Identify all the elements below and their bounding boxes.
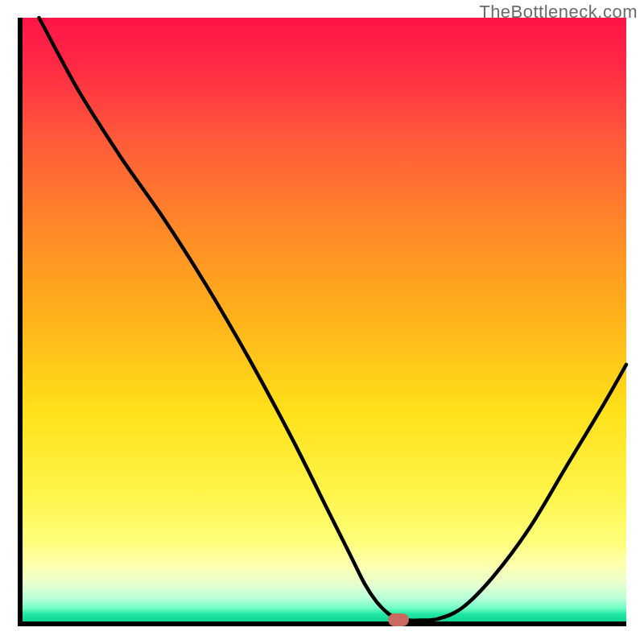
- chart-container: TheBottleneck.com: [0, 0, 644, 644]
- watermark-text: TheBottleneck.com: [479, 2, 638, 23]
- minimum-marker: [388, 613, 409, 626]
- chart-curve: [18, 18, 626, 626]
